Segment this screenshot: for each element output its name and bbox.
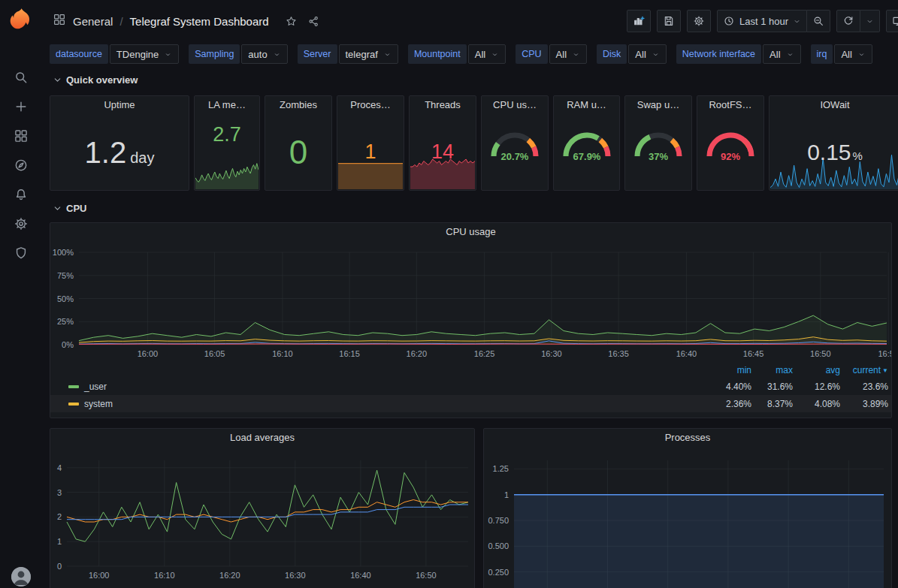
variable-value-dropdown[interactable]: All — [549, 44, 587, 64]
processes-chart[interactable]: 1.2510.7500.5000.250 — [484, 450, 891, 588]
panel-title[interactable]: Swap u… — [625, 96, 691, 114]
clock-icon — [723, 15, 735, 27]
panel-uptime: Uptime 1.2day — [50, 95, 189, 191]
time-range-picker[interactable]: Last 1 hour — [717, 10, 807, 32]
svg-text:16:00: 16:00 — [89, 571, 110, 580]
legend-series-name[interactable]: _user — [84, 381, 709, 392]
variable-value-dropdown[interactable]: All — [468, 44, 506, 64]
panel-title[interactable]: RAM u… — [554, 96, 619, 114]
svg-text:16:10: 16:10 — [154, 571, 175, 580]
breadcrumb-separator: / — [119, 15, 122, 28]
cpu-usage-chart[interactable]: 0%25%50%75%100%16:0016:0516:1016:1516:20… — [50, 244, 891, 363]
chevron-down-icon — [786, 50, 794, 59]
variable-value-dropdown[interactable]: All — [763, 44, 800, 64]
variable-value-dropdown[interactable]: auto — [241, 44, 287, 64]
variable-value-dropdown[interactable]: telegraf — [339, 44, 398, 64]
svg-text:37%: 37% — [649, 151, 668, 162]
panel-title[interactable]: Zombies — [265, 96, 331, 114]
dashboard-settings-button[interactable] — [687, 10, 711, 32]
legend-series-name[interactable]: iowait — [84, 416, 709, 419]
variable-group: Servertelegraf — [298, 44, 398, 64]
refresh-interval-dropdown[interactable] — [860, 10, 880, 32]
svg-text:1.25: 1.25 — [493, 464, 509, 473]
legend-sort-avg[interactable]: avg — [793, 365, 840, 375]
svg-text:1: 1 — [504, 490, 509, 499]
panel-title[interactable]: CPU usage — [50, 223, 891, 241]
sort-caret-icon: ▼ — [882, 367, 888, 374]
panel-title[interactable]: LA me… — [195, 96, 259, 114]
user-avatar[interactable] — [11, 567, 31, 586]
legend-series-name[interactable]: system — [84, 399, 709, 409]
cycle-view-mode-button[interactable] — [886, 10, 898, 32]
svg-text:2: 2 — [57, 512, 62, 521]
variable-value-dropdown[interactable]: All — [834, 44, 872, 64]
search-button[interactable] — [14, 70, 29, 85]
panel-title[interactable]: RootFS… — [697, 96, 763, 114]
panel-title[interactable]: CPU us… — [482, 96, 548, 114]
svg-text:25%: 25% — [57, 317, 74, 326]
navbar-actions: Last 1 hour — [627, 10, 898, 32]
grafana-dashboard: General / Telegraf System Dashboard — [0, 0, 898, 588]
sidebar — [0, 0, 42, 588]
share-dashboard-button[interactable] — [307, 15, 320, 28]
svg-text:16:50: 16:50 — [416, 571, 437, 580]
configuration-button[interactable] — [14, 216, 29, 231]
variable-value-dropdown[interactable]: TDengine — [110, 44, 179, 64]
chart-legend: min max avg current▼ _user4.40%31.6%12.6… — [50, 363, 891, 418]
star-dashboard-button[interactable] — [285, 15, 298, 28]
svg-text:16:40: 16:40 — [350, 571, 371, 580]
create-button[interactable] — [14, 99, 29, 114]
row-toggle-quick-overview[interactable]: Quick overview — [53, 73, 138, 86]
variable-group: irqAll — [811, 44, 872, 64]
svg-text:0.750: 0.750 — [488, 516, 509, 525]
rootfs-usage-gauge: 92% — [702, 125, 759, 165]
legend-sort-max[interactable]: max — [751, 365, 793, 375]
refresh-button[interactable] — [836, 10, 860, 32]
save-dashboard-button[interactable] — [657, 10, 681, 32]
panel-cpu-usage: CPU usage 0%25%50%75%100%16:0016:0516:10… — [50, 222, 892, 418]
svg-text:16:20: 16:20 — [219, 571, 240, 580]
dashboards-button[interactable] — [14, 128, 29, 143]
series-color-swatch — [68, 385, 79, 388]
ram-usage-gauge: 67.9% — [558, 125, 615, 165]
panel-title[interactable]: Load averages — [50, 429, 474, 447]
breadcrumb-folder[interactable]: General — [73, 15, 113, 28]
svg-text:16:50: 16:50 — [810, 349, 831, 358]
panel-threads: Threads 14 — [409, 95, 476, 191]
zoom-out-button[interactable] — [807, 10, 830, 32]
legend-row: iowait0.63%4.11%1.18%1.24% — [50, 412, 891, 418]
explore-button[interactable] — [14, 158, 29, 173]
refresh-controls — [836, 10, 880, 32]
stat-value: 14 — [431, 142, 454, 162]
panel-zombies: Zombies 0 — [265, 95, 332, 191]
svg-text:16:15: 16:15 — [339, 349, 360, 358]
time-range-label: Last 1 hour — [739, 16, 788, 27]
breadcrumb: General / Telegraf System Dashboard — [53, 13, 320, 29]
variable-label: irq — [811, 44, 833, 64]
panel-title[interactable]: Processes — [484, 429, 891, 447]
panel-title[interactable]: IOWait — [769, 96, 898, 114]
alerting-button[interactable] — [14, 187, 29, 202]
legend-sort-current[interactable]: current▼ — [840, 365, 888, 375]
load-averages-chart[interactable]: 0123416:0016:1016:2016:3016:4016:50 — [50, 450, 474, 581]
variable-label: Server — [298, 44, 337, 64]
grafana-logo[interactable] — [8, 7, 35, 35]
panel-title[interactable]: Proces… — [337, 96, 404, 114]
server-admin-button[interactable] — [14, 246, 29, 261]
variable-label: Disk — [597, 44, 627, 64]
legend-sort-min[interactable]: min — [709, 365, 751, 375]
legend-rows: _user4.40%31.6%12.6%23.6%system2.36%8.37… — [50, 378, 891, 418]
variable-value-dropdown[interactable]: All — [628, 44, 666, 64]
chevron-down-icon — [383, 50, 392, 59]
add-panel-button[interactable] — [627, 10, 651, 32]
svg-text:20.7%: 20.7% — [501, 151, 529, 162]
stat-value: 0.15% — [807, 141, 863, 164]
variable-group: CPUAll — [516, 44, 587, 64]
legend-row: _user4.40%31.6%12.6%23.6% — [50, 378, 891, 395]
panel-title[interactable]: Uptime — [50, 96, 189, 114]
variables-bar: datasourceTDengineSamplingautoServertele… — [50, 43, 898, 65]
panel-title[interactable]: Threads — [410, 96, 476, 114]
row-toggle-cpu[interactable]: CPU — [53, 201, 86, 215]
svg-text:92%: 92% — [721, 151, 740, 162]
svg-text:16:05: 16:05 — [204, 349, 225, 358]
